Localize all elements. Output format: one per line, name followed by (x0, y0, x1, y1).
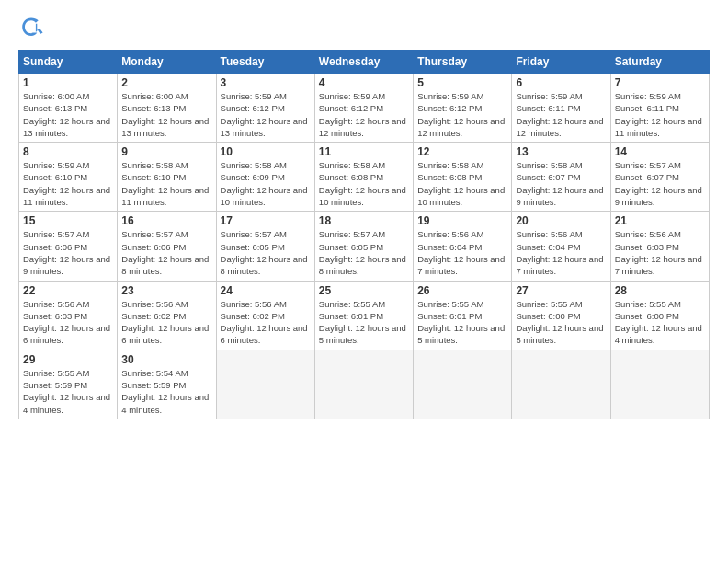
calendar-cell: 24 Sunrise: 5:56 AM Sunset: 6:02 PM Dayl… (216, 281, 314, 350)
daylight-label: Daylight: 12 hours and 6 minutes. (121, 323, 209, 345)
daylight-label: Daylight: 12 hours and 6 minutes. (221, 323, 308, 345)
day-number: 28 (615, 284, 705, 297)
calendar-cell: 16 Sunrise: 5:57 AM Sunset: 6:06 PM Dayl… (118, 212, 216, 281)
sunrise-label: Sunrise: 5:57 AM (23, 229, 89, 239)
day-number: 26 (417, 284, 507, 297)
daylight-label: Daylight: 12 hours and 8 minutes. (221, 254, 308, 276)
sunrise-label: Sunrise: 5:59 AM (417, 91, 483, 101)
sunrise-label: Sunrise: 5:56 AM (23, 299, 89, 309)
calendar-cell: 18 Sunrise: 5:57 AM Sunset: 6:05 PM Dayl… (314, 212, 413, 281)
daylight-label: Daylight: 12 hours and 11 minutes. (23, 185, 110, 207)
sunset-label: Sunset: 6:00 PM (615, 311, 679, 321)
sunrise-label: Sunrise: 5:57 AM (121, 229, 188, 239)
day-number: 29 (23, 353, 113, 366)
day-info: Sunrise: 5:57 AM Sunset: 6:06 PM Dayligh… (23, 228, 113, 277)
sunset-label: Sunset: 6:12 PM (319, 103, 383, 113)
calendar-cell (414, 350, 512, 419)
day-number: 18 (319, 214, 409, 227)
sunset-label: Sunset: 6:06 PM (121, 242, 186, 252)
calendar-cell: 27 Sunrise: 5:55 AM Sunset: 6:00 PM Dayl… (512, 281, 610, 350)
day-number: 9 (121, 145, 211, 158)
sunset-label: Sunset: 6:11 PM (516, 103, 580, 113)
sunrise-label: Sunrise: 5:56 AM (121, 299, 188, 309)
sunset-label: Sunset: 6:12 PM (221, 103, 285, 113)
calendar-week-1: 1 Sunrise: 6:00 AM Sunset: 6:13 PM Dayli… (19, 74, 710, 143)
header-day-tuesday: Tuesday (216, 51, 314, 74)
day-info: Sunrise: 5:56 AM Sunset: 6:02 PM Dayligh… (121, 298, 211, 347)
calendar-week-5: 29 Sunrise: 5:55 AM Sunset: 5:59 PM Dayl… (19, 350, 710, 419)
sunset-label: Sunset: 6:09 PM (221, 172, 285, 182)
sunrise-label: Sunrise: 5:59 AM (23, 160, 89, 170)
calendar-body: 1 Sunrise: 6:00 AM Sunset: 6:13 PM Dayli… (19, 74, 710, 419)
day-number: 21 (615, 214, 705, 227)
sunset-label: Sunset: 6:03 PM (23, 311, 87, 321)
sunset-label: Sunset: 6:02 PM (221, 311, 285, 321)
daylight-label: Daylight: 12 hours and 6 minutes. (23, 323, 110, 345)
calendar-cell (314, 350, 413, 419)
daylight-label: Daylight: 12 hours and 5 minutes. (417, 323, 505, 345)
calendar-cell: 19 Sunrise: 5:56 AM Sunset: 6:04 PM Dayl… (414, 212, 512, 281)
sunset-label: Sunset: 6:01 PM (319, 311, 383, 321)
sunrise-label: Sunrise: 5:55 AM (615, 299, 681, 309)
calendar-cell: 1 Sunrise: 6:00 AM Sunset: 6:13 PM Dayli… (19, 74, 118, 143)
daylight-label: Daylight: 12 hours and 11 minutes. (615, 116, 702, 138)
sunset-label: Sunset: 6:12 PM (417, 103, 482, 113)
sunrise-label: Sunrise: 5:59 AM (319, 91, 385, 101)
daylight-label: Daylight: 12 hours and 8 minutes. (121, 254, 209, 276)
header-day-thursday: Thursday (414, 51, 512, 74)
daylight-label: Daylight: 12 hours and 7 minutes. (516, 254, 603, 276)
day-number: 11 (319, 145, 409, 158)
day-number: 22 (23, 284, 113, 297)
page: SundayMondayTuesdayWednesdayThursdayFrid… (0, 0, 728, 563)
day-info: Sunrise: 5:57 AM Sunset: 6:05 PM Dayligh… (221, 228, 311, 277)
day-info: Sunrise: 5:59 AM Sunset: 6:12 PM Dayligh… (319, 90, 409, 139)
daylight-label: Daylight: 12 hours and 10 minutes. (417, 185, 505, 207)
day-info: Sunrise: 5:55 AM Sunset: 5:59 PM Dayligh… (23, 367, 113, 416)
daylight-label: Daylight: 12 hours and 4 minutes. (615, 323, 702, 345)
day-number: 1 (23, 76, 113, 89)
daylight-label: Daylight: 12 hours and 13 minutes. (221, 116, 308, 138)
sunrise-label: Sunrise: 5:56 AM (221, 299, 287, 309)
day-info: Sunrise: 5:58 AM Sunset: 6:08 PM Dayligh… (319, 159, 409, 208)
calendar-cell: 3 Sunrise: 5:59 AM Sunset: 6:12 PM Dayli… (216, 74, 314, 143)
daylight-label: Daylight: 12 hours and 4 minutes. (121, 392, 209, 414)
daylight-label: Daylight: 12 hours and 13 minutes. (23, 116, 110, 138)
calendar-cell (610, 350, 709, 419)
day-number: 15 (23, 214, 113, 227)
day-number: 13 (516, 145, 606, 158)
sunrise-label: Sunrise: 5:54 AM (121, 368, 188, 378)
sunset-label: Sunset: 6:10 PM (23, 172, 87, 182)
sunrise-label: Sunrise: 5:57 AM (615, 160, 681, 170)
sunset-label: Sunset: 5:59 PM (23, 380, 87, 390)
calendar-table: SundayMondayTuesdayWednesdayThursdayFrid… (18, 50, 710, 419)
day-info: Sunrise: 5:55 AM Sunset: 6:01 PM Dayligh… (417, 298, 507, 347)
header-day-friday: Friday (512, 51, 610, 74)
logo (18, 15, 48, 40)
day-number: 14 (615, 145, 705, 158)
header-day-sunday: Sunday (19, 51, 118, 74)
calendar-cell: 22 Sunrise: 5:56 AM Sunset: 6:03 PM Dayl… (19, 281, 118, 350)
logo-icon (18, 15, 44, 40)
sunrise-label: Sunrise: 6:00 AM (121, 91, 188, 101)
sunset-label: Sunset: 6:11 PM (615, 103, 679, 113)
day-number: 19 (417, 214, 507, 227)
daylight-label: Daylight: 12 hours and 9 minutes. (23, 254, 110, 276)
sunrise-label: Sunrise: 5:56 AM (516, 229, 582, 239)
calendar-cell: 2 Sunrise: 6:00 AM Sunset: 6:13 PM Dayli… (118, 74, 216, 143)
day-info: Sunrise: 5:56 AM Sunset: 6:03 PM Dayligh… (615, 228, 705, 277)
calendar-cell (216, 350, 314, 419)
day-info: Sunrise: 5:58 AM Sunset: 6:08 PM Dayligh… (417, 159, 507, 208)
daylight-label: Daylight: 12 hours and 10 minutes. (221, 185, 308, 207)
daylight-label: Daylight: 12 hours and 7 minutes. (417, 254, 505, 276)
sunrise-label: Sunrise: 5:58 AM (221, 160, 287, 170)
calendar-cell: 4 Sunrise: 5:59 AM Sunset: 6:12 PM Dayli… (314, 74, 413, 143)
sunset-label: Sunset: 6:05 PM (221, 242, 285, 252)
daylight-label: Daylight: 12 hours and 13 minutes. (121, 116, 209, 138)
day-info: Sunrise: 5:55 AM Sunset: 6:00 PM Dayligh… (615, 298, 705, 347)
sunset-label: Sunset: 5:59 PM (121, 380, 186, 390)
daylight-label: Daylight: 12 hours and 4 minutes. (23, 392, 110, 414)
sunset-label: Sunset: 6:04 PM (417, 242, 482, 252)
sunset-label: Sunset: 6:05 PM (319, 242, 383, 252)
day-number: 4 (319, 76, 409, 89)
sunrise-label: Sunrise: 5:58 AM (516, 160, 582, 170)
